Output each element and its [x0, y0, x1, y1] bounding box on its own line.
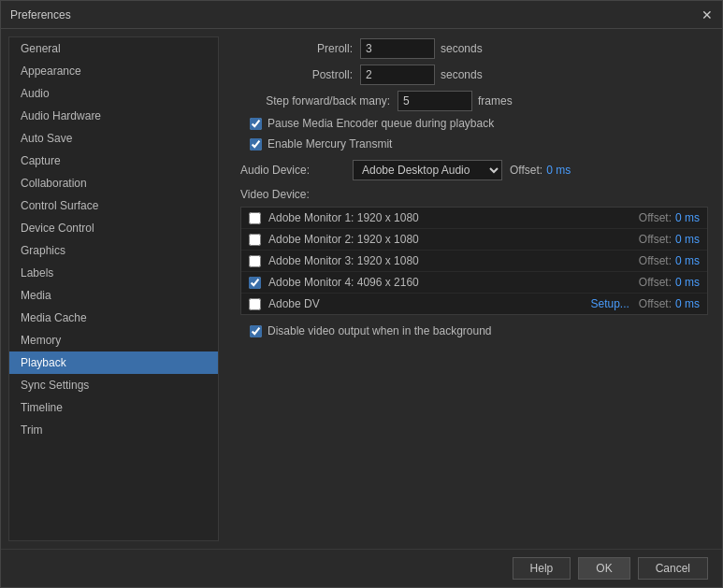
mercury-transmit-label: Enable Mercury Transmit	[268, 137, 392, 151]
close-button[interactable]: ✕	[701, 7, 713, 22]
video-device-row: Adobe Monitor 1: 1920 x 1080Offset:0 ms	[241, 208, 707, 229]
video-device-name: Adobe Monitor 2: 1920 x 1080	[268, 233, 639, 246]
setup-link[interactable]: Setup...	[590, 297, 629, 310]
video-device-name: Adobe DV	[268, 297, 590, 310]
preroll-unit: seconds	[441, 42, 483, 55]
sidebar-item-sync-settings[interactable]: Sync Settings	[9, 374, 218, 396]
postroll-row: Postroll: seconds	[240, 65, 708, 85]
disable-video-output-label: Disable video output when in the backgro…	[268, 324, 492, 337]
mercury-transmit-row: Enable Mercury Transmit	[250, 137, 708, 151]
video-device-checkbox-monitor3[interactable]	[249, 255, 261, 267]
video-device-name: Adobe Monitor 4: 4096 x 2160	[268, 276, 639, 289]
ok-button[interactable]: OK	[578, 557, 629, 580]
audio-offset-label: Offset:	[510, 164, 542, 177]
audio-device-select[interactable]: Adobe Desktop Audio	[353, 160, 502, 180]
sidebar-item-appearance[interactable]: Appearance	[9, 60, 218, 82]
step-label: Step forward/back many:	[240, 94, 390, 108]
preroll-input[interactable]	[360, 38, 435, 59]
help-button[interactable]: Help	[513, 557, 571, 580]
sidebar-item-playback[interactable]: Playback	[9, 351, 218, 374]
postroll-label: Postroll:	[240, 68, 353, 81]
video-offset-label: Offset:	[639, 233, 672, 246]
sidebar-item-timeline[interactable]: Timeline	[9, 396, 218, 419]
preroll-label: Preroll:	[240, 42, 353, 55]
footer: Help OK Cancel	[1, 549, 722, 587]
sidebar-item-control-surface[interactable]: Control Surface	[9, 194, 218, 217]
video-offset-value: 0 ms	[675, 211, 700, 224]
sidebar-item-graphics[interactable]: Graphics	[9, 239, 218, 262]
video-device-row: Adobe DVSetup...Offset:0 ms	[241, 294, 707, 314]
preroll-row: Preroll: seconds	[240, 38, 708, 59]
video-device-name: Adobe Monitor 1: 1920 x 1080	[268, 211, 639, 224]
video-offset-label: Offset:	[639, 254, 672, 267]
audio-device-label: Audio Device:	[240, 164, 353, 177]
sidebar-item-media[interactable]: Media	[9, 284, 218, 307]
title-bar: Preferences ✕	[1, 1, 722, 29]
sidebar-item-memory[interactable]: Memory	[9, 329, 218, 351]
pause-encoder-label: Pause Media Encoder queue during playbac…	[268, 117, 494, 130]
video-device-checkbox-monitor1[interactable]	[249, 212, 261, 224]
sidebar-item-auto-save[interactable]: Auto Save	[9, 127, 218, 150]
video-device-checkbox-dv[interactable]	[249, 298, 261, 310]
video-offset-label: Offset:	[639, 276, 672, 289]
sidebar-item-audio-hardware[interactable]: Audio Hardware	[9, 105, 218, 127]
postroll-unit: seconds	[441, 68, 483, 81]
video-device-checkbox-monitor4[interactable]	[249, 277, 261, 289]
video-device-row: Adobe Monitor 4: 4096 x 2160Offset:0 ms	[241, 272, 707, 294]
video-offset-label: Offset:	[639, 211, 672, 224]
main-panel: Preroll: seconds Postroll: seconds Step …	[226, 29, 722, 549]
sidebar-item-labels[interactable]: Labels	[9, 262, 218, 284]
disable-video-output-row: Disable video output when in the backgro…	[250, 324, 708, 337]
video-offset-value: 0 ms	[675, 233, 700, 246]
sidebar-item-general[interactable]: General	[9, 37, 218, 60]
video-offset-value: 0 ms	[675, 254, 700, 267]
pause-encoder-checkbox[interactable]	[250, 118, 262, 130]
video-offset-value: 0 ms	[675, 276, 700, 289]
sidebar-item-capture[interactable]: Capture	[9, 150, 218, 172]
mercury-transmit-checkbox[interactable]	[250, 138, 262, 151]
postroll-input[interactable]	[360, 65, 435, 85]
main-content: GeneralAppearanceAudioAudio HardwareAuto…	[1, 29, 722, 549]
video-device-label: Video Device:	[240, 188, 708, 201]
cancel-button[interactable]: Cancel	[638, 557, 708, 580]
sidebar: GeneralAppearanceAudioAudio HardwareAuto…	[8, 36, 219, 541]
sidebar-item-trim[interactable]: Trim	[9, 419, 218, 441]
video-offset-label: Offset:	[639, 297, 672, 310]
sidebar-item-media-cache[interactable]: Media Cache	[9, 307, 218, 329]
video-offset-value: 0 ms	[675, 297, 700, 310]
video-device-name: Adobe Monitor 3: 1920 x 1080	[268, 254, 639, 267]
sidebar-item-device-control[interactable]: Device Control	[9, 217, 218, 239]
pause-media-encoder-row: Pause Media Encoder queue during playbac…	[250, 117, 708, 130]
step-unit: frames	[478, 94, 513, 108]
step-input[interactable]	[398, 91, 472, 111]
video-device-row: Adobe Monitor 3: 1920 x 1080Offset:0 ms	[241, 251, 707, 272]
disable-video-output-checkbox[interactable]	[250, 325, 262, 337]
preferences-window: Preferences ✕ GeneralAppearanceAudioAudi…	[0, 0, 723, 588]
video-device-checkbox-monitor2[interactable]	[249, 234, 261, 246]
step-row: Step forward/back many: frames	[240, 91, 708, 111]
sidebar-item-audio[interactable]: Audio	[9, 82, 218, 105]
video-device-table: Adobe Monitor 1: 1920 x 1080Offset:0 msA…	[240, 207, 708, 315]
window-title: Preferences	[10, 8, 71, 22]
audio-offset-value: 0 ms	[546, 164, 571, 177]
audio-device-row: Audio Device: Adobe Desktop Audio Offset…	[240, 160, 708, 180]
video-device-row: Adobe Monitor 2: 1920 x 1080Offset:0 ms	[241, 229, 707, 251]
sidebar-item-collaboration[interactable]: Collaboration	[9, 172, 218, 194]
